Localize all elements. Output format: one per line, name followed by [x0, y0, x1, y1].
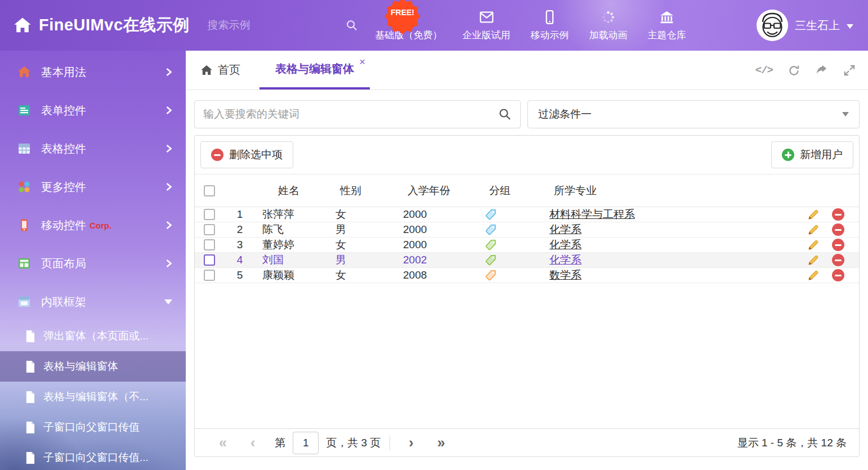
sidebar-item-label: 基本用法	[41, 65, 86, 80]
close-icon[interactable]: ×	[359, 56, 365, 68]
envelope-icon	[479, 10, 494, 25]
row-checkbox[interactable]	[204, 209, 215, 220]
select-all-checkbox[interactable]	[204, 185, 215, 196]
filter-dropdown[interactable]: 过滤条件一	[527, 100, 860, 128]
sidebar-subitem-label: 子窗口向父窗口传值...	[43, 450, 149, 465]
prev-page-icon[interactable]: ‹	[239, 436, 267, 450]
caret-down-icon	[847, 24, 853, 29]
next-page-icon[interactable]: ›	[397, 436, 425, 450]
chevron-right-icon	[165, 220, 172, 230]
tab-label: 表格与编辑窗体	[275, 61, 354, 77]
sidebar-subitem-child-to-parent[interactable]: 子窗口向父窗口传值	[0, 412, 186, 442]
sidebar-item-more-controls[interactable]: 更多控件	[0, 168, 186, 206]
home-icon	[17, 65, 32, 79]
sidebar-item-label: 移动控件	[41, 218, 86, 233]
app-title: FineUIMvc在线示例	[39, 14, 190, 37]
app-root: FineUIMvc在线示例 FREE! 基础版（免费）	[0, 0, 868, 470]
corp-badge: Corp.	[90, 221, 111, 230]
tab-grid-edit-window[interactable]: 表格与编辑窗体 ×	[259, 51, 370, 89]
major-link[interactable]: 化学系	[549, 254, 581, 266]
user-menu[interactable]: 三生石上	[757, 10, 868, 41]
delete-selected-button[interactable]: 删除选中项	[200, 141, 293, 168]
delete-icon[interactable]	[832, 223, 844, 236]
row-checkbox[interactable]	[204, 224, 215, 235]
sidebar-subitem-label: 表格与编辑窗体（不...	[43, 390, 149, 404]
edit-icon[interactable]	[807, 239, 820, 252]
tab-home[interactable]: 首页	[195, 51, 246, 89]
minus-circle-icon	[211, 149, 223, 161]
last-page-icon[interactable]: »	[426, 436, 457, 450]
row-gender: 女	[329, 268, 396, 283]
tab-tools: </>	[755, 51, 868, 89]
row-index: 4	[224, 254, 256, 266]
major-link[interactable]: 化学系	[549, 223, 581, 235]
delete-icon[interactable]	[832, 269, 844, 281]
delete-icon[interactable]	[832, 254, 844, 266]
table-row[interactable]: 4 刘国 男 2002 化学系	[195, 253, 859, 268]
refresh-icon[interactable]	[788, 64, 800, 77]
source-code-icon[interactable]: </>	[755, 64, 773, 77]
sidebar-subitem-label: 表格与编辑窗体	[43, 359, 118, 374]
edit-icon[interactable]	[807, 254, 820, 267]
table-row[interactable]: 1 张萍萍 女 2000 材料科学与工程系	[195, 207, 859, 222]
delete-icon[interactable]	[832, 208, 844, 221]
sidebar-item-grid-controls[interactable]: 表格控件	[0, 129, 186, 168]
edit-icon[interactable]	[807, 269, 820, 282]
major-link[interactable]: 数学系	[549, 269, 581, 281]
row-year: 2000	[396, 223, 478, 236]
row-name: 陈飞	[256, 222, 329, 237]
tag-icon	[485, 239, 497, 251]
brand[interactable]: FineUIMvc在线示例	[0, 14, 190, 37]
table-empty-area	[195, 283, 859, 428]
page-suffix: 页，共 3 页	[326, 436, 381, 450]
row-checkbox[interactable]	[204, 239, 215, 250]
row-checkbox[interactable]	[204, 254, 215, 266]
file-icon	[25, 451, 35, 464]
search-icon[interactable]	[498, 108, 512, 121]
spinner-icon	[601, 10, 616, 25]
page-number-input[interactable]	[293, 432, 319, 454]
tag-icon	[485, 223, 497, 236]
header-search-input[interactable]	[208, 19, 346, 32]
nav-theme-repo[interactable]: 主题仓库	[648, 10, 686, 42]
page-prefix: 第	[275, 436, 285, 450]
row-checkbox[interactable]	[204, 270, 215, 281]
sidebar-subitem-grid-edit-window-2[interactable]: 表格与编辑窗体（不...	[0, 382, 186, 412]
nav-enterprise-trial[interactable]: 企业版试用	[463, 10, 511, 42]
table-row[interactable]: 3 董婷婷 女 2000 化学系	[195, 238, 859, 253]
table-row[interactable]: 2 陈飞 男 2000 化学系	[195, 222, 859, 238]
table-body: 1 张萍萍 女 2000 材料科学与工程系 2 陈飞 男 2000	[195, 207, 859, 283]
sidebar-item-basic-usage[interactable]: 基本用法	[0, 53, 186, 91]
add-user-button[interactable]: 新增用户	[771, 141, 853, 168]
fullscreen-icon[interactable]	[843, 64, 856, 77]
share-icon[interactable]	[815, 64, 828, 77]
row-gender: 女	[329, 207, 396, 222]
mobile-icon	[542, 10, 557, 25]
major-link[interactable]: 材料科学与工程系	[549, 208, 635, 220]
sidebar-subitem-popup-window[interactable]: 弹出窗体（本页面或...	[0, 321, 186, 351]
row-year: 2000	[396, 239, 478, 251]
chevron-down-icon	[164, 299, 172, 305]
sidebar-item-iframe[interactable]: 内联框架	[0, 283, 186, 321]
keyword-search-input[interactable]	[203, 108, 498, 120]
nav-label: 加载动画	[589, 29, 628, 42]
sidebar-item-mobile-controls[interactable]: 移动控件 Corp.	[0, 206, 186, 244]
sidebar-subitem-child-to-parent-2[interactable]: 子窗口向父窗口传值...	[0, 442, 186, 470]
search-icon[interactable]	[346, 19, 358, 32]
nav-mobile-demos[interactable]: 移动示例	[531, 10, 569, 42]
row-name: 董婷婷	[256, 238, 329, 252]
major-link[interactable]: 化学系	[549, 239, 581, 250]
delete-icon[interactable]	[832, 239, 844, 251]
sidebar-subitem-grid-edit-window[interactable]: 表格与编辑窗体	[0, 351, 186, 382]
row-index: 3	[224, 239, 256, 251]
sidebar-item-form-controls[interactable]: 表单控件	[0, 91, 186, 129]
first-page-icon[interactable]: «	[207, 436, 239, 450]
nav-label: 移动示例	[531, 29, 569, 42]
edit-icon[interactable]	[807, 208, 820, 221]
edit-icon[interactable]	[807, 223, 820, 236]
sidebar-item-page-layout[interactable]: 页面布局	[0, 244, 186, 283]
row-name: 康颖颖	[256, 268, 329, 283]
sidebar-item-label: 更多控件	[41, 180, 86, 195]
table-row[interactable]: 5 康颖颖 女 2008 数学系	[195, 268, 859, 283]
nav-loading-animations[interactable]: 加载动画	[589, 10, 628, 42]
